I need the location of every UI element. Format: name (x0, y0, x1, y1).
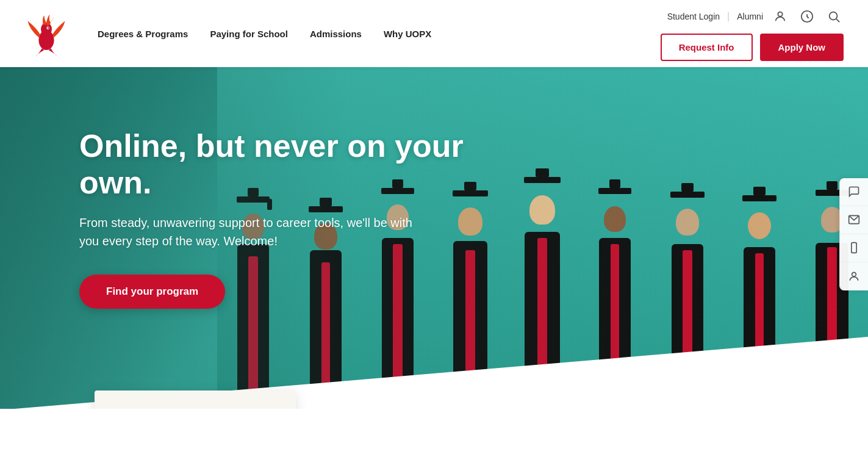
header: Degrees & Programs Paying for School Adm… (0, 0, 868, 67)
account-icon[interactable] (770, 7, 790, 26)
hero-subtitle: From steady, unwavering support to caree… (79, 214, 433, 250)
header-right: Student Login | Alumni Request I (661, 7, 844, 61)
svg-point-6 (830, 12, 838, 20)
find-program-button[interactable]: Find your program (79, 275, 225, 309)
alumni-link[interactable]: Alumni (737, 12, 763, 21)
svg-point-12 (852, 272, 856, 276)
svg-point-4 (778, 12, 782, 16)
search-icon[interactable] (824, 7, 844, 26)
request-info-button[interactable]: Request Info (661, 34, 753, 61)
nav-item-paying-for-school[interactable]: Paying for School (210, 29, 288, 39)
apply-now-button[interactable]: Apply Now (760, 34, 844, 61)
phone-icon[interactable] (840, 234, 868, 262)
below-hero (0, 409, 868, 468)
phoenix-logo-icon (24, 12, 68, 56)
account-side-icon[interactable] (840, 262, 868, 290)
svg-point-3 (48, 27, 49, 29)
student-login-link[interactable]: Student Login (667, 12, 720, 21)
nav-item-degrees-programs[interactable]: Degrees & Programs (98, 29, 188, 39)
hero-content: Online, but never on your own. From stea… (79, 128, 506, 309)
header-left: Degrees & Programs Paying for School Adm… (24, 12, 431, 56)
chat-icon[interactable] (840, 178, 868, 206)
hero-section: Online, but never on your own. From stea… (0, 67, 868, 409)
nav-item-admissions[interactable]: Admissions (310, 29, 362, 39)
svg-rect-10 (852, 243, 856, 253)
main-nav: Degrees & Programs Paying for School Adm… (98, 29, 431, 39)
hero-title: Online, but never on your own. (79, 128, 506, 201)
svg-line-7 (836, 19, 839, 22)
start-card: Start when you're ready Bachelor's May 1… (95, 391, 296, 409)
header-top-links: Student Login | Alumni (667, 7, 844, 26)
side-icons-panel (839, 178, 868, 290)
accessibility-icon[interactable] (797, 7, 817, 26)
cta-buttons: Request Info Apply Now (661, 34, 844, 61)
nav-item-why-uopx[interactable]: Why UOPX (384, 29, 431, 39)
mail-icon[interactable] (840, 206, 868, 234)
logo[interactable] (24, 12, 68, 56)
